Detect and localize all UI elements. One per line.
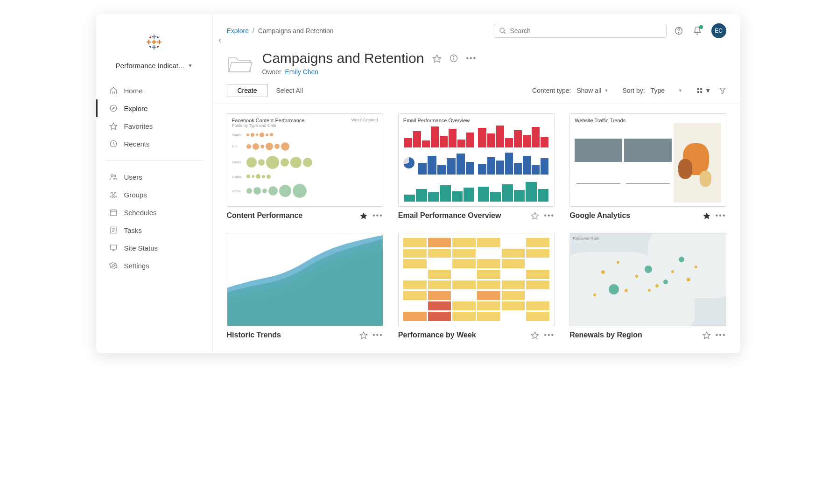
nav-label: Favorites (124, 122, 153, 130)
breadcrumb-current: Campaigns and Retention (258, 27, 334, 35)
thumb-title: Website Traffic Trends (575, 118, 721, 123)
help-button[interactable] (674, 26, 683, 35)
workbook-thumbnail[interactable] (227, 233, 383, 326)
svg-rect-36 (110, 245, 117, 249)
workbook-card: Facebook Content Performance Posts by Ty… (227, 113, 383, 220)
favorite-button[interactable] (359, 331, 368, 339)
favorite-button[interactable] (703, 211, 711, 220)
card-more-button[interactable]: ••• (716, 211, 726, 220)
notification-dot (699, 25, 703, 29)
workbook-thumbnail[interactable]: Website Traffic Trends (569, 113, 726, 207)
caret-down-icon: ▼ (705, 87, 711, 94)
svg-marker-20 (112, 107, 114, 110)
sidebar-item-recents[interactable]: Recents (96, 135, 212, 153)
groups-icon (109, 190, 118, 199)
calendar-icon (109, 208, 118, 217)
nav-label: Site Status (124, 244, 158, 252)
page-more-button[interactable]: ••• (466, 54, 477, 63)
compass-icon (109, 104, 118, 112)
project-selector[interactable]: Performance Indicat... ▼ (107, 62, 201, 70)
workbook-title[interactable]: Historic Trends (227, 331, 360, 339)
owner-label: Owner (262, 68, 281, 76)
clock-icon (109, 140, 118, 148)
topbar: Explore / Campaigns and Retention EC (213, 14, 740, 41)
main-content: Explore / Campaigns and Retention EC (213, 14, 740, 353)
favorite-page-button[interactable] (432, 54, 442, 63)
info-button[interactable] (449, 54, 458, 63)
nav-divider (105, 160, 203, 161)
select-all-button[interactable]: Select All (276, 87, 303, 94)
sidebar: Performance Indicat... ▼ Home Explore (96, 14, 213, 353)
card-more-button[interactable]: ••• (544, 331, 555, 339)
sidebar-collapse-button[interactable] (217, 37, 223, 44)
caret-down-icon: ▼ (188, 63, 192, 68)
owner-link[interactable]: Emily Chen (285, 68, 319, 76)
notifications-button[interactable] (693, 26, 702, 35)
folder-open-icon (227, 53, 253, 75)
page-title: Campaigns and Retention (262, 50, 424, 66)
view-mode-toggle[interactable]: ▼ (696, 87, 711, 94)
sidebar-item-home[interactable]: Home (96, 82, 212, 99)
search-field[interactable] (494, 24, 667, 38)
svg-point-24 (114, 175, 116, 177)
workbook-card: Performance by Week ••• (398, 233, 555, 339)
sort-by-value: Type (651, 87, 665, 94)
content-type-select[interactable]: Show all ▼ (574, 86, 611, 95)
home-icon (109, 86, 118, 95)
workbook-title[interactable]: Google Analytics (569, 211, 703, 220)
workbook-title[interactable]: Performance by Week (398, 331, 531, 339)
card-more-button[interactable]: ••• (716, 331, 726, 339)
nav-label: Home (124, 87, 143, 95)
workbook-thumbnail[interactable]: Renewal Rate (569, 233, 726, 326)
sidebar-item-explore[interactable]: Explore (96, 99, 212, 117)
breadcrumb-root-link[interactable]: Explore (227, 27, 249, 35)
nav-label: Explore (124, 105, 148, 112)
sort-by-select[interactable]: Type ▼ (648, 86, 685, 95)
topbar-actions: EC (674, 23, 726, 38)
svg-rect-50 (697, 91, 699, 93)
svg-point-40 (500, 28, 504, 32)
gear-icon (109, 261, 118, 270)
workbook-thumbnail[interactable]: Facebook Content Performance Posts by Ty… (227, 113, 383, 207)
favorite-button[interactable] (531, 211, 539, 220)
sidebar-item-settings[interactable]: Settings (96, 257, 212, 274)
workbook-card: Renewal Rate (569, 233, 726, 339)
nav-label: Tasks (124, 226, 142, 234)
favorite-button[interactable] (359, 211, 368, 220)
workbook-thumbnail[interactable] (398, 233, 555, 326)
svg-marker-52 (720, 88, 725, 94)
card-more-button[interactable]: ••• (372, 211, 383, 220)
favorite-button[interactable] (703, 331, 711, 339)
nav-label: Groups (124, 191, 147, 199)
user-avatar[interactable]: EC (711, 23, 726, 38)
workbook-title[interactable]: Renewals by Region (569, 331, 703, 339)
svg-point-23 (111, 175, 113, 177)
sidebar-item-favorites[interactable]: Favorites (96, 117, 212, 135)
workbook-card: Historic Trends ••• (227, 233, 383, 339)
search-icon (499, 27, 506, 35)
favorite-button[interactable] (531, 331, 539, 339)
breadcrumb: Explore / Campaigns and Retention (227, 27, 334, 35)
sidebar-item-schedules[interactable]: Schedules (96, 203, 212, 221)
svg-point-39 (112, 265, 114, 267)
sidebar-item-site-status[interactable]: Site Status (96, 239, 212, 257)
svg-point-25 (111, 192, 112, 194)
workbook-thumbnail[interactable]: Email Performance Overview (398, 113, 555, 207)
filter-button[interactable] (719, 87, 726, 94)
search-input[interactable] (510, 27, 661, 35)
caret-down-icon: ▼ (678, 88, 682, 93)
sidebar-item-users[interactable]: Users (96, 168, 212, 186)
create-button[interactable]: Create (227, 84, 268, 97)
svg-point-26 (114, 192, 116, 194)
workbook-title[interactable]: Content Performance (227, 211, 360, 220)
monitor-icon (109, 244, 118, 252)
sidebar-item-groups[interactable]: Groups (96, 186, 212, 203)
sidebar-item-tasks[interactable]: Tasks (96, 221, 212, 239)
card-more-button[interactable]: ••• (372, 331, 383, 339)
svg-marker-21 (110, 123, 117, 129)
card-more-button[interactable]: ••• (544, 211, 555, 220)
breadcrumb-separator: / (253, 27, 254, 35)
workbook-title[interactable]: Email Performance Overview (398, 211, 531, 220)
thumb-title: Facebook Content Performance (232, 118, 305, 123)
thumb-title: Renewal Rate (570, 233, 602, 244)
